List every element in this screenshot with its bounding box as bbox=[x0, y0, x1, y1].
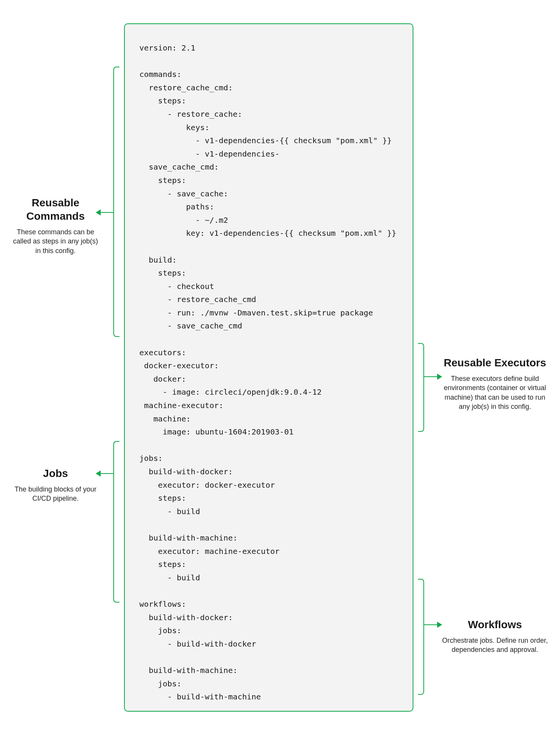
bracket-jobs bbox=[113, 441, 119, 603]
bracket-reusable-commands bbox=[113, 67, 119, 337]
arrow-head-workflows bbox=[437, 622, 442, 628]
arrow-head-jobs bbox=[96, 470, 101, 477]
arrow-line-workflows bbox=[424, 624, 437, 625]
annotation-desc: Orchestrate jobs. Define run order, depe… bbox=[441, 636, 549, 655]
annotation-reusable-executors: Reusable Executors These executors defin… bbox=[441, 356, 549, 411]
annotation-title: Reusable Commands bbox=[11, 196, 100, 223]
annotation-title: Workflows bbox=[441, 618, 549, 631]
config-yaml: version: 2.1 commands: restore_cache_cmd… bbox=[139, 41, 398, 704]
annotation-reusable-commands: Reusable Commands These commands can be … bbox=[11, 196, 100, 255]
config-code-box: version: 2.1 commands: restore_cache_cmd… bbox=[124, 23, 413, 712]
annotation-workflows: Workflows Orchestrate jobs. Define run o… bbox=[441, 618, 549, 655]
annotation-desc: These commands can be called as steps in… bbox=[11, 227, 100, 255]
arrow-head-reusable-executors bbox=[437, 374, 442, 380]
bracket-workflows bbox=[418, 579, 424, 695]
arrow-line-reusable-commands bbox=[100, 212, 113, 213]
arrow-head-reusable-commands bbox=[96, 209, 101, 216]
annotation-title: Jobs bbox=[11, 467, 100, 480]
arrow-line-jobs bbox=[100, 473, 113, 474]
annotation-title: Reusable Executors bbox=[441, 356, 549, 369]
bracket-reusable-executors bbox=[418, 343, 424, 432]
annotation-desc: The building blocks of your CI/CD pipeli… bbox=[11, 485, 100, 503]
annotation-desc: These executors define build environment… bbox=[441, 374, 549, 411]
arrow-line-reusable-executors bbox=[424, 376, 437, 377]
annotation-jobs: Jobs The building blocks of your CI/CD p… bbox=[11, 467, 100, 503]
